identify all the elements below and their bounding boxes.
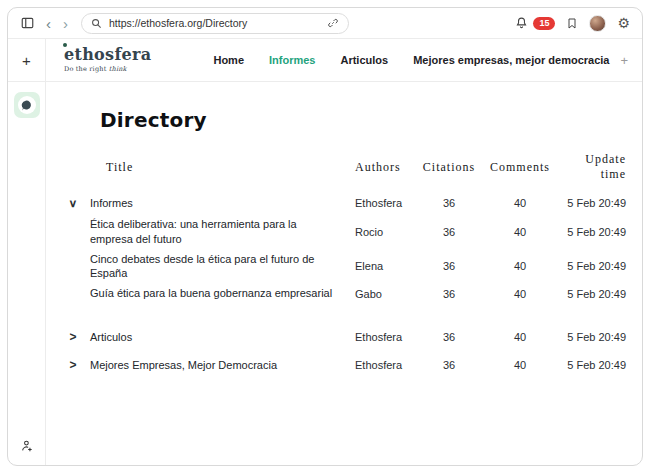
add-user-icon[interactable] — [20, 439, 34, 453]
column-header-title: Title — [90, 160, 346, 175]
row-comments: 40 — [482, 359, 558, 371]
speech-bubble-icon — [18, 96, 36, 114]
row-title[interactable]: Mejores Empresas, Mejor Democracia — [90, 358, 346, 372]
row-comments: 40 — [482, 226, 558, 238]
nav-item-articulos[interactable]: Articulos — [340, 54, 388, 66]
back-icon[interactable]: ‹ — [43, 16, 54, 31]
column-header-citations: Citations — [420, 160, 478, 175]
logo-tagline: Do the right think — [64, 65, 151, 73]
row-update-time: 5 Feb 20:49 — [562, 331, 628, 343]
row-author: Gabo — [350, 288, 416, 300]
url-text: https://ethosfera.org/Directory — [109, 17, 320, 29]
row-update-time: 5 Feb 20:49 — [562, 260, 628, 272]
row-citations: 36 — [420, 331, 478, 343]
address-bar[interactable]: https://ethosfera.org/Directory — [81, 13, 349, 34]
row-comments: 40 — [482, 260, 558, 272]
workspace-avatar[interactable] — [14, 92, 40, 118]
row-author: Ethosfera — [350, 359, 416, 371]
forward-icon[interactable]: › — [60, 16, 71, 31]
row-author: Ethosfera — [350, 197, 416, 209]
table-row: Guía ética para la buena gobernanza empr… — [60, 283, 628, 303]
row-citations: 36 — [420, 288, 478, 300]
logo-text: ethosfera — [64, 45, 151, 64]
collapse-chevron-icon[interactable]: ∨ — [60, 198, 86, 209]
row-title[interactable]: Cinco debates desde la ética para el fut… — [90, 252, 346, 281]
row-citations: 36 — [420, 260, 478, 272]
row-comments: 40 — [482, 288, 558, 300]
window-body: + ethosfera — [8, 39, 642, 465]
table-row-group: >ArticulosEthosfera36405 Feb 20:49 — [60, 320, 628, 348]
main-area: ethosfera Do the right think HomeInforme… — [46, 39, 642, 465]
bookmark-icon[interactable] — [566, 17, 578, 30]
header-add-button[interactable]: + — [620, 54, 628, 67]
expand-chevron-icon[interactable]: > — [60, 359, 86, 371]
nav-item-informes[interactable]: Informes — [269, 54, 315, 66]
logo-dot-icon — [63, 43, 67, 47]
table-row: Ética deliberativa: una herramienta para… — [60, 214, 628, 249]
column-header-authors: Authors — [350, 160, 416, 175]
row-title[interactable]: Ética deliberativa: una herramienta para… — [90, 217, 346, 246]
table-header-row: TitleAuthorsCitationsCommentsUpdate time — [60, 152, 628, 182]
row-update-time: 5 Feb 20:49 — [562, 226, 628, 238]
table-row-group: ∨InformesEthosfera36405 Feb 20:49 — [60, 186, 628, 214]
directory-page: Directory TitleAuthorsCitationsCommentsU… — [46, 82, 642, 465]
expand-chevron-icon[interactable]: > — [60, 331, 86, 343]
row-citations: 36 — [420, 226, 478, 238]
sidebar-toggle-icon[interactable] — [18, 14, 37, 32]
row-title[interactable]: Guía ética para la buena gobernanza empr… — [90, 286, 346, 300]
notification-count-badge[interactable]: 15 — [533, 17, 555, 30]
row-citations: 36 — [420, 197, 478, 209]
row-author: Elena — [350, 260, 416, 272]
site-header: ethosfera Do the right think HomeInforme… — [46, 39, 642, 82]
row-citations: 36 — [420, 359, 478, 371]
settings-gear-icon[interactable]: ⚙ — [617, 16, 630, 30]
row-update-time: 5 Feb 20:49 — [562, 359, 628, 371]
page-title: Directory — [100, 108, 628, 132]
site-logo[interactable]: ethosfera Do the right think — [64, 47, 151, 73]
nav-item-home[interactable]: Home — [213, 54, 244, 66]
column-header-update-time: Update time — [562, 152, 628, 182]
rail-add-button[interactable]: + — [22, 53, 31, 68]
row-comments: 40 — [482, 331, 558, 343]
browser-window: ‹ › https://ethosfera.org/Directory — [7, 7, 643, 466]
column-header-comments: Comments — [482, 160, 558, 175]
row-title[interactable]: Articulos — [90, 330, 346, 344]
table-row-group: >Mejores Empresas, Mejor DemocraciaEthos… — [60, 348, 628, 376]
link-icon[interactable] — [327, 17, 339, 29]
row-author: Rocio — [350, 226, 416, 238]
search-icon — [91, 18, 102, 29]
row-update-time: 5 Feb 20:49 — [562, 288, 628, 300]
table-row: Cinco debates desde la ética para el fut… — [60, 249, 628, 284]
table-body: ∨InformesEthosfera36405 Feb 20:49Ética d… — [60, 186, 628, 376]
row-title[interactable]: Informes — [90, 196, 346, 210]
notifications-bell-icon[interactable] — [515, 16, 528, 30]
nav-item-mejores-empresas-mejor-democracia[interactable]: Mejores empresas, mejor democracia — [413, 54, 609, 66]
browser-topbar: ‹ › https://ethosfera.org/Directory — [8, 8, 642, 39]
row-comments: 40 — [482, 197, 558, 209]
main-nav: HomeInformesArticulosMejores empresas, m… — [213, 54, 609, 66]
row-update-time: 5 Feb 20:49 — [562, 197, 628, 209]
user-avatar[interactable] — [589, 15, 606, 32]
topbar-actions: 15 ⚙ — [515, 15, 630, 32]
left-rail: + — [8, 39, 46, 465]
row-author: Ethosfera — [350, 331, 416, 343]
